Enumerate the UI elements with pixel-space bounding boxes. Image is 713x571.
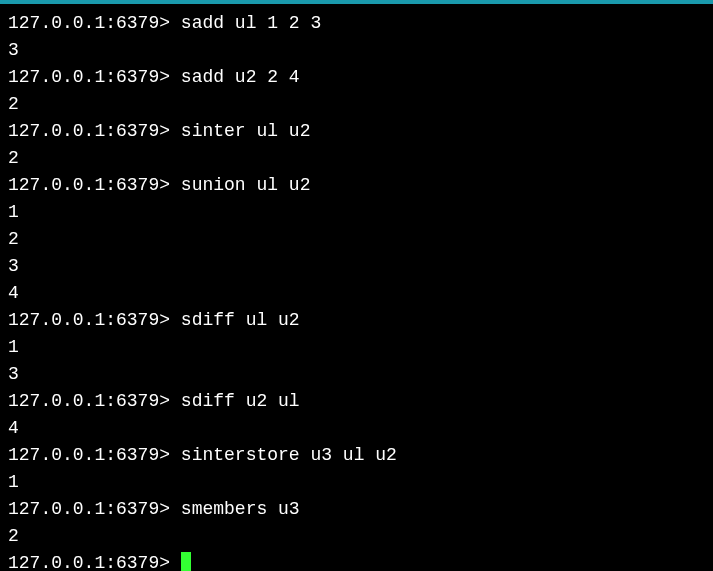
terminal-command-line: 127.0.0.1:6379> sdiff ul u2 xyxy=(8,307,705,334)
terminal-output-line: 2 xyxy=(8,145,705,172)
terminal-command-line: 127.0.0.1:6379> sadd u2 2 4 xyxy=(8,64,705,91)
prompt: 127.0.0.1:6379> xyxy=(8,553,181,571)
terminal-output-line: 2 xyxy=(8,226,705,253)
terminal-command-line: 127.0.0.1:6379> sadd ul 1 2 3 xyxy=(8,10,705,37)
prompt: 127.0.0.1:6379> xyxy=(8,499,181,519)
command-text: sdiff ul u2 xyxy=(181,310,300,330)
terminal-output-line: 4 xyxy=(8,415,705,442)
output-text: 4 xyxy=(8,418,19,438)
terminal-command-line: 127.0.0.1:6379> sdiff u2 ul xyxy=(8,388,705,415)
command-text: sdiff u2 ul xyxy=(181,391,300,411)
command-text: sadd u2 2 4 xyxy=(181,67,300,87)
prompt: 127.0.0.1:6379> xyxy=(8,121,181,141)
prompt: 127.0.0.1:6379> xyxy=(8,175,181,195)
command-text: sadd ul 1 2 3 xyxy=(181,13,321,33)
prompt: 127.0.0.1:6379> xyxy=(8,391,181,411)
cursor xyxy=(181,552,191,571)
output-text: 4 xyxy=(8,283,19,303)
terminal-command-line: 127.0.0.1:6379> xyxy=(8,550,705,571)
output-text: 1 xyxy=(8,337,19,357)
terminal-output-line: 1 xyxy=(8,199,705,226)
output-text: 2 xyxy=(8,526,19,546)
terminal-output-line: 3 xyxy=(8,361,705,388)
output-text: 1 xyxy=(8,202,19,222)
prompt: 127.0.0.1:6379> xyxy=(8,445,181,465)
terminal-output-line: 1 xyxy=(8,334,705,361)
terminal-command-line: 127.0.0.1:6379> sunion ul u2 xyxy=(8,172,705,199)
terminal-output-line: 4 xyxy=(8,280,705,307)
terminal-command-line: 127.0.0.1:6379> sinter ul u2 xyxy=(8,118,705,145)
output-text: 1 xyxy=(8,472,19,492)
prompt: 127.0.0.1:6379> xyxy=(8,310,181,330)
terminal-command-line: 127.0.0.1:6379> sinterstore u3 ul u2 xyxy=(8,442,705,469)
command-text: sunion ul u2 xyxy=(181,175,311,195)
terminal-output-line: 3 xyxy=(8,37,705,64)
output-text: 3 xyxy=(8,256,19,276)
command-text: sinterstore u3 ul u2 xyxy=(181,445,397,465)
prompt: 127.0.0.1:6379> xyxy=(8,13,181,33)
command-text: sinter ul u2 xyxy=(181,121,311,141)
terminal-command-line: 127.0.0.1:6379> smembers u3 xyxy=(8,496,705,523)
output-text: 2 xyxy=(8,229,19,249)
terminal-output-line: 3 xyxy=(8,253,705,280)
terminal-output-line: 2 xyxy=(8,523,705,550)
terminal-output-line: 1 xyxy=(8,469,705,496)
command-text: smembers u3 xyxy=(181,499,300,519)
output-text: 2 xyxy=(8,148,19,168)
prompt: 127.0.0.1:6379> xyxy=(8,67,181,87)
output-text: 2 xyxy=(8,94,19,114)
terminal-window[interactable]: 127.0.0.1:6379> sadd ul 1 2 33127.0.0.1:… xyxy=(0,4,713,571)
output-text: 3 xyxy=(8,364,19,384)
output-text: 3 xyxy=(8,40,19,60)
terminal-output-line: 2 xyxy=(8,91,705,118)
